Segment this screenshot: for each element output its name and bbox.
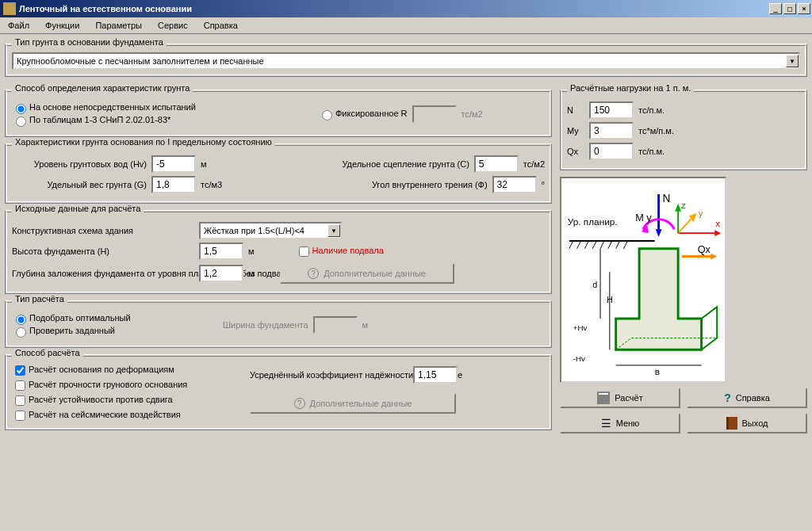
help-button[interactable]: ? Справка <box>687 388 807 408</box>
app-icon <box>3 2 16 15</box>
group-soil-char: Характеристики грунта основания по I пре… <box>5 143 552 204</box>
basement-checkbox[interactable]: Наличие подвала <box>296 244 384 259</box>
menu-button[interactable]: ☰ Меню <box>560 413 680 434</box>
n-label: N <box>567 105 584 115</box>
svg-line-8 <box>623 241 627 249</box>
h-unit: м <box>248 246 255 256</box>
svg-text:в: в <box>655 366 660 376</box>
maximize-button[interactable]: □ <box>783 3 796 14</box>
menu-params[interactable]: Параметры <box>92 19 145 32</box>
initial-legend: Исходные данные для расчёта <box>12 204 144 213</box>
menu-service[interactable]: Сервис <box>155 19 191 32</box>
d-unit: м <box>248 269 255 278</box>
foundation-diagram: Ур. планир. N M y <box>560 177 726 383</box>
svg-text:Ур. планир.: Ур. планир. <box>568 216 618 227</box>
svg-text:-Hv: -Hv <box>573 354 585 363</box>
menu-file[interactable]: Файл <box>5 19 33 32</box>
fixed-r-field <box>412 105 457 123</box>
svg-text:y: y <box>699 208 703 218</box>
menu-icon: ☰ <box>601 417 611 430</box>
d-field[interactable] <box>199 265 243 282</box>
check-seismic[interactable]: Расчёт на сейсмические воздействия <box>12 410 181 419</box>
check-shear[interactable]: Расчёт устойчивости против сдвига <box>12 395 173 404</box>
radio-fixed-r[interactable]: Фиксированное R <box>318 108 408 120</box>
menu-help[interactable]: Справка <box>201 19 241 32</box>
svg-text:d: d <box>592 280 597 289</box>
question-icon: ? <box>308 268 319 279</box>
radio-snip-tables[interactable]: По таблицам 1-3 СНиП 2.02.01-83* <box>12 115 170 124</box>
coef-label: Усреднённый коэффициент надёжности по на… <box>250 370 408 380</box>
c-unit: тс/м2 <box>523 159 545 169</box>
group-calc-type: Тип расчёта Подобрать оптимальный Провер… <box>5 300 552 348</box>
svg-line-4 <box>592 241 596 249</box>
my-field[interactable] <box>589 122 634 139</box>
g-field[interactable] <box>151 176 196 193</box>
exit-icon <box>726 417 737 430</box>
h-field[interactable] <box>199 243 243 260</box>
radio-check-given[interactable]: Проверить заданный <box>12 326 115 335</box>
hv-unit: м <box>201 159 207 169</box>
d-label: Глубина заложения фундамента от уровня п… <box>12 269 194 278</box>
help-icon: ? <box>724 392 731 404</box>
svg-text:x: x <box>715 218 720 228</box>
phi-unit: ° <box>542 180 545 189</box>
minimize-button[interactable]: _ <box>769 3 782 14</box>
g-unit: тс/м3 <box>201 180 222 189</box>
menu-functions[interactable]: Функции <box>42 19 82 32</box>
titlebar: Ленточный на естественном основании _ □ … <box>0 0 812 17</box>
menubar: Файл Функции Параметры Сервис Справка <box>0 17 812 34</box>
calc-method-legend: Способ расчёта <box>12 348 83 357</box>
svg-text:M y: M y <box>635 212 652 223</box>
qx-unit: тс/п.м. <box>638 147 665 156</box>
group-determination: Способ определения характеристик грунта … <box>5 90 552 137</box>
svg-text:z: z <box>681 200 686 210</box>
svg-line-3 <box>584 241 588 249</box>
c-field[interactable] <box>474 155 519 173</box>
close-button[interactable]: × <box>798 3 810 14</box>
radio-direct-tests[interactable]: На основе непосредственных испытаний <box>12 102 196 112</box>
n-field[interactable] <box>589 101 634 119</box>
hv-label: Уровень грунтовых вод (Hv) <box>12 159 147 169</box>
qx-field[interactable] <box>589 143 634 160</box>
c-label: Удельное сцепление грунта (C) <box>342 159 469 169</box>
my-label: My <box>567 126 584 136</box>
svg-marker-16 <box>714 230 721 236</box>
calculator-icon <box>597 392 610 404</box>
svg-marker-25 <box>710 254 717 260</box>
svg-line-2 <box>577 241 581 249</box>
coef-field[interactable] <box>413 366 458 384</box>
check-strength[interactable]: Расчёт прочности грунового основания <box>12 380 187 389</box>
soil-type-legend: Тип грунта в основании фундамента <box>12 37 167 47</box>
initial-more-button: ? Дополнительные данные <box>280 263 454 284</box>
hv-field[interactable] <box>151 155 196 173</box>
svg-marker-22 <box>675 204 681 212</box>
soil-char-legend: Характеристики грунта основания по I пре… <box>12 137 275 147</box>
soil-type-value: Крупнообломочные с песчанным заполнителе… <box>13 56 786 66</box>
width-field <box>313 316 358 334</box>
check-deformation[interactable]: Расчёт основания по деформациям <box>12 365 174 374</box>
window-title: Ленточный на естественном основании <box>19 4 768 13</box>
scheme-combo[interactable]: Жёсткая при 1.5<(L/H)<4 ▼ <box>199 222 342 239</box>
chevron-down-icon[interactable]: ▼ <box>786 55 799 67</box>
fixed-r-unit: тс/м2 <box>462 109 483 119</box>
g-label: Удельный вес грунта (G) <box>12 180 147 189</box>
radio-choose-optimal[interactable]: Подобрать оптимальный <box>12 313 131 323</box>
group-loads: Расчётные нагрузки на 1 п. м. N тс/п.м. … <box>560 90 807 170</box>
svg-text:N: N <box>663 193 671 204</box>
svg-marker-11 <box>656 229 662 237</box>
soil-type-combo[interactable]: Крупнообломочные с песчанным заполнителе… <box>12 52 800 70</box>
svg-line-5 <box>600 241 604 249</box>
exit-button[interactable]: Выход <box>687 413 807 434</box>
svg-line-1 <box>569 241 573 249</box>
width-unit: м <box>362 320 369 330</box>
h-label: Высота фундамента (H) <box>12 246 194 256</box>
qx-label: Qx <box>567 147 584 156</box>
question-icon: ? <box>294 398 305 409</box>
chevron-down-icon[interactable]: ▼ <box>327 224 340 237</box>
scheme-value: Жёсткая при 1.5<(L/H)<4 <box>201 226 327 235</box>
svg-line-6 <box>608 241 612 249</box>
calc-button[interactable]: Расчёт <box>560 388 680 408</box>
phi-field[interactable] <box>492 176 537 193</box>
phi-label: Угол внутреннего трения (Ф) <box>372 180 488 189</box>
method-more-button: ? Дополнительные данные <box>250 393 456 414</box>
